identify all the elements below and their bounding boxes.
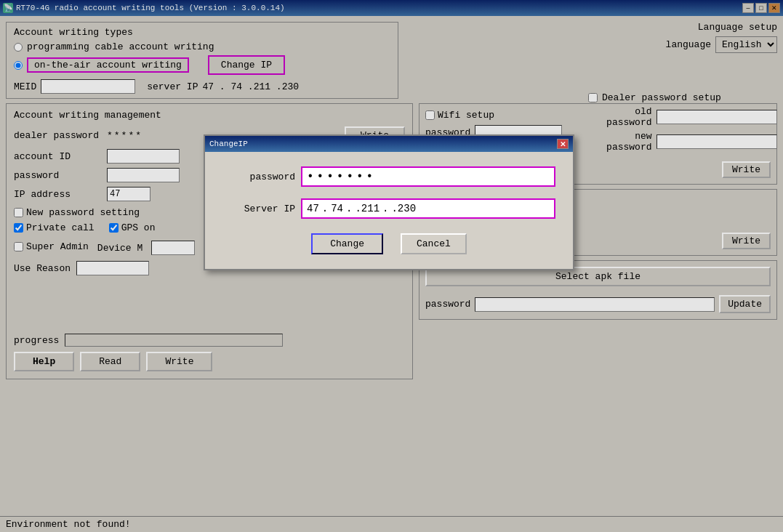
modal-ip-dot2: . (346, 203, 352, 214)
modal-password-row: password (222, 166, 555, 187)
modal-title: ChangeIP (209, 140, 248, 148)
modal-ip-part4: .230 (391, 203, 416, 214)
modal-ip-part3: .211 (355, 203, 380, 214)
modal-server-ip-label: Server IP (222, 203, 295, 214)
modal-ip-dot1: . (322, 203, 328, 214)
modal-title-bar: ChangeIP ✕ (205, 136, 573, 152)
modal-server-ip-row: Server IP 47 . 74 . .211 . .230 (222, 198, 555, 219)
modal-close-button[interactable]: ✕ (557, 139, 569, 149)
change-ip-dialog: ChangeIP ✕ password Server IP 47 . 74 . … (204, 134, 574, 270)
modal-cancel-button[interactable]: Cancel (401, 233, 467, 254)
modal-content: password Server IP 47 . 74 . .211 . .230… (205, 152, 573, 269)
modal-password-label: password (222, 172, 295, 182)
modal-ip-part1: 47 (307, 203, 319, 214)
modal-ip-container: 47 . 74 . .211 . .230 (301, 198, 555, 219)
modal-change-button[interactable]: Change (311, 233, 383, 254)
modal-ip-dot3: . (382, 203, 388, 214)
modal-ip-part2: 74 (331, 203, 343, 214)
modal-password-input[interactable] (301, 166, 555, 187)
modal-buttons: Change Cancel (222, 233, 555, 254)
